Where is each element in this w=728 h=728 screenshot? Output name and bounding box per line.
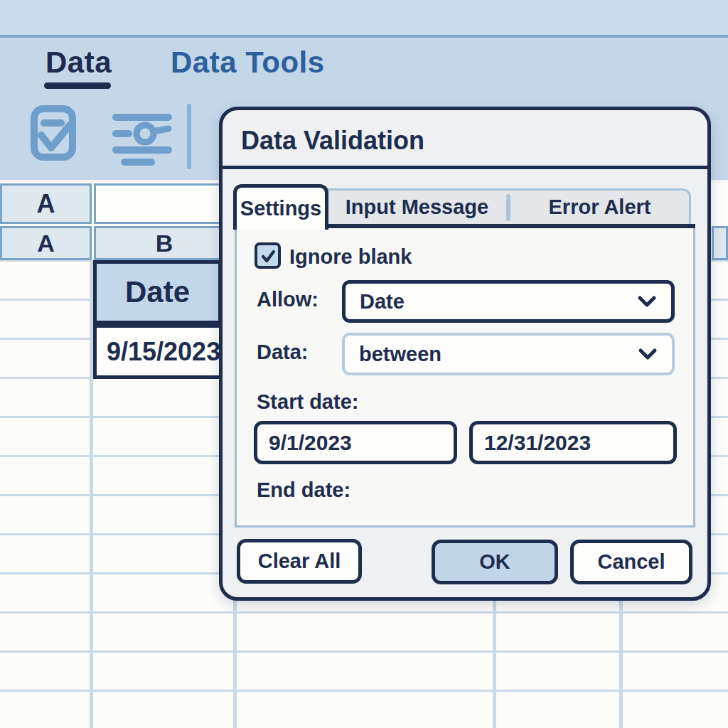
column-header-b[interactable]: B — [94, 226, 235, 260]
column-header-blank-top[interactable] — [94, 183, 235, 224]
data-dropdown[interactable]: between — [342, 333, 675, 375]
data-dropdown-value: between — [359, 343, 441, 366]
allow-dropdown[interactable]: Date — [342, 280, 675, 323]
start-date-input[interactable] — [254, 421, 457, 464]
tab-error-alert[interactable]: Error Alert — [510, 196, 689, 219]
ok-button[interactable]: OK — [432, 540, 558, 584]
allow-dropdown-value: Date — [360, 290, 405, 314]
end-date-input[interactable] — [469, 421, 677, 464]
allow-label: Allow: — [257, 288, 318, 311]
dialog-title-separator — [223, 166, 707, 169]
data-tools-settings-icon[interactable] — [111, 111, 173, 166]
data-validation-icon[interactable] — [30, 104, 80, 164]
column-header-partial[interactable] — [712, 226, 728, 260]
data-validation-dialog: Data Validation Settings Input Message E… — [219, 107, 711, 601]
check-icon — [259, 247, 277, 265]
tab-strip: Input Message Error Alert — [326, 188, 691, 226]
cancel-button[interactable]: Cancel — [570, 540, 692, 584]
ribbon-divider — [187, 104, 191, 169]
cell-date-header[interactable]: Date — [93, 260, 222, 324]
ignore-blank-label: Ignore blank — [289, 245, 412, 269]
chevron-down-icon — [637, 295, 657, 308]
ribbon-group-label: Data Tools — [171, 46, 325, 80]
chevron-down-icon — [638, 348, 658, 360]
data-label: Data: — [257, 341, 309, 364]
settings-panel: Ignore blank Allow: Date Data: between S… — [235, 228, 695, 528]
cell-date-value[interactable]: 9/15/2023 — [93, 324, 223, 379]
dialog-title: Data Validation — [241, 126, 424, 156]
column-header-a[interactable]: A — [0, 226, 92, 260]
tab-underline — [323, 224, 695, 228]
end-date-label: End date: — [257, 478, 350, 502]
tab-settings[interactable]: Settings — [233, 184, 328, 230]
tab-input-message[interactable]: Input Message — [328, 196, 506, 219]
ignore-blank-checkbox[interactable] — [255, 242, 281, 269]
start-date-label: Start date: — [257, 390, 358, 414]
ribbon-tab-data[interactable]: Data — [46, 46, 112, 80]
active-tab-underline — [44, 82, 111, 89]
clear-all-button[interactable]: Clear All — [237, 539, 362, 584]
title-band — [0, 0, 728, 35]
column-header-a-top[interactable]: A — [0, 183, 92, 224]
